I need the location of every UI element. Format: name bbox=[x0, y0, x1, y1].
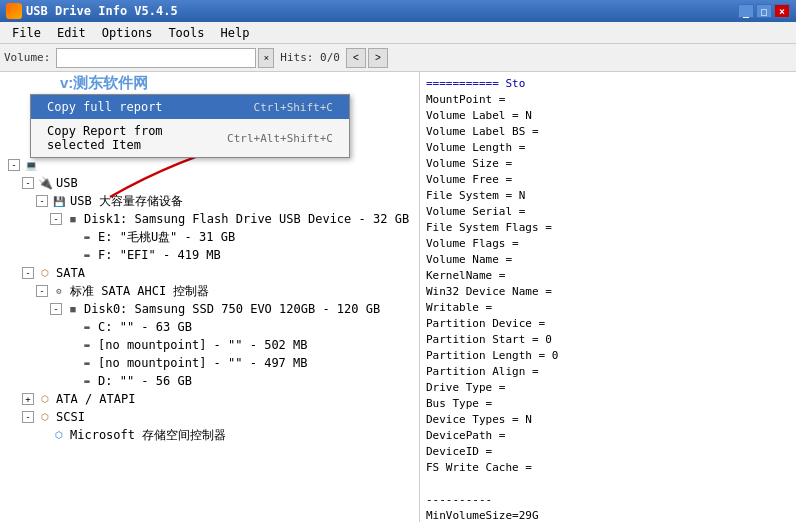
menu-tools[interactable]: Tools bbox=[160, 22, 212, 43]
copy-full-report-label: Copy full report bbox=[47, 100, 163, 114]
menu-file[interactable]: File bbox=[4, 22, 49, 43]
maximize-button[interactable]: □ bbox=[756, 4, 772, 18]
hits-display: Hits: 0/0 bbox=[280, 51, 340, 64]
prop-fs-flags: File System Flags = bbox=[426, 220, 790, 236]
tree-sata[interactable]: - ⬡ SATA bbox=[0, 264, 419, 282]
ata-icon: ⬡ bbox=[37, 392, 53, 406]
next-hit-button[interactable]: > bbox=[368, 48, 388, 68]
tree-no-mount-1[interactable]: ▬ [no mountpoint] - "" - 502 MB bbox=[0, 336, 419, 354]
title-bar: USB Drive Info V5.4.5 _ □ × bbox=[0, 0, 796, 22]
drive-e-icon: ▬ bbox=[79, 230, 95, 244]
properties-panel: =========== Sto MountPoint = Volume Labe… bbox=[420, 72, 796, 522]
prop-volume-length: Volume Length = bbox=[426, 140, 790, 156]
expand-icon-disk0[interactable]: - bbox=[50, 303, 62, 315]
tree-drive-e[interactable]: ▬ E: "毛桃U盘" - 31 GB bbox=[0, 228, 419, 246]
prop-volume-free: Volume Free = bbox=[426, 172, 790, 188]
prop-writable: Writable = bbox=[426, 300, 790, 316]
prop-bus-type: Bus Type = bbox=[426, 396, 790, 412]
computer-icon: 💻 bbox=[23, 158, 39, 172]
tree-drive-f[interactable]: ▬ F: "EFI" - 419 MB bbox=[0, 246, 419, 264]
expand-icon-scsi[interactable]: - bbox=[22, 411, 34, 423]
tree-disk1[interactable]: - ■ Disk1: Samsung Flash Drive USB Devic… bbox=[0, 210, 419, 228]
copy-from-selected-label: Copy Report from selected Item bbox=[47, 124, 227, 152]
no-mount-1-icon: ▬ bbox=[79, 338, 95, 352]
tree-no-mount-2[interactable]: ▬ [no mountpoint] - "" - 497 MB bbox=[0, 354, 419, 372]
tree-disk0[interactable]: - ■ Disk0: Samsung SSD 750 EVO 120GB - 1… bbox=[0, 300, 419, 318]
prop-device-types: Device Types = N bbox=[426, 412, 790, 428]
menu-help[interactable]: Help bbox=[213, 22, 258, 43]
menu-edit[interactable]: Edit bbox=[49, 22, 94, 43]
prop-mountpoint: MountPoint = bbox=[426, 92, 790, 108]
copy-full-report-item[interactable]: Copy full report Ctrl+Shift+C bbox=[31, 95, 349, 119]
prop-win32-device: Win32 Device Name = bbox=[426, 284, 790, 300]
sata-icon: ⬡ bbox=[37, 266, 53, 280]
tree-usb[interactable]: - 🔌 USB bbox=[0, 174, 419, 192]
tree-root[interactable]: - 💻 bbox=[0, 156, 419, 174]
prop-volume-label-bs: Volume Label BS = bbox=[426, 124, 790, 140]
tree-drive-c[interactable]: ▬ C: "" - 63 GB bbox=[0, 318, 419, 336]
prop-fs-write-cache: FS Write Cache = bbox=[426, 460, 790, 476]
ms-storage-icon: ⬡ bbox=[51, 428, 67, 442]
prop-drive-type: Drive Type = bbox=[426, 380, 790, 396]
app-icon bbox=[6, 3, 22, 19]
device-tree-panel[interactable]: v:测东软件网 www.0359.cn Copy full report Ctr… bbox=[0, 72, 420, 522]
copy-from-selected-item[interactable]: Copy Report from selected Item Ctrl+Alt+… bbox=[31, 119, 349, 157]
menu-bar: File Edit Options Tools Help bbox=[0, 22, 796, 44]
tree-usb-mass-storage[interactable]: - 💾 USB 大容量存储设备 bbox=[0, 192, 419, 210]
prop-device-id: DeviceID = bbox=[426, 444, 790, 460]
expand-icon-ata[interactable]: + bbox=[22, 393, 34, 405]
drive-f-icon: ▬ bbox=[79, 248, 95, 262]
main-area: v:测东软件网 www.0359.cn Copy full report Ctr… bbox=[0, 72, 796, 522]
sata-ahci-icon: ⚙ bbox=[51, 284, 67, 298]
no-mount-2-icon: ▬ bbox=[79, 356, 95, 370]
disk1-icon: ■ bbox=[65, 212, 81, 226]
volume-label: Volume: bbox=[4, 51, 50, 64]
search-input[interactable] bbox=[56, 48, 256, 68]
usb-icon: 🔌 bbox=[37, 176, 53, 190]
copy-full-report-shortcut: Ctrl+Shift+C bbox=[254, 101, 333, 114]
prop-header: =========== Sto bbox=[426, 76, 790, 92]
search-clear-button[interactable]: × bbox=[258, 48, 274, 68]
prop-partition-length: Partition Length = 0 bbox=[426, 348, 790, 364]
prop-separator: ---------- bbox=[426, 492, 790, 508]
watermark-text: v:测东软件网 bbox=[60, 74, 148, 93]
prop-volume-flags: Volume Flags = bbox=[426, 236, 790, 252]
prop-partition-device: Partition Device = bbox=[426, 316, 790, 332]
disk0-icon: ■ bbox=[65, 302, 81, 316]
prop-volume-label: Volume Label = N bbox=[426, 108, 790, 124]
expand-icon-sata-ahci[interactable]: - bbox=[36, 285, 48, 297]
app-title: USB Drive Info V5.4.5 bbox=[26, 4, 178, 18]
prop-volume-serial: Volume Serial = bbox=[426, 204, 790, 220]
window-controls: _ □ × bbox=[738, 4, 790, 18]
expand-icon-usb[interactable]: - bbox=[22, 177, 34, 189]
prev-hit-button[interactable]: < bbox=[346, 48, 366, 68]
tree-scsi[interactable]: - ⬡ SCSI bbox=[0, 408, 419, 426]
mass-storage-icon: 💾 bbox=[51, 194, 67, 208]
prop-volume-size: Volume Size = bbox=[426, 156, 790, 172]
device-tree: - 💻 - 🔌 USB - 💾 USB 大容量存储设备 - ■ Disk1: S… bbox=[0, 152, 419, 448]
expand-icon-sata[interactable]: - bbox=[22, 267, 34, 279]
copy-from-selected-shortcut: Ctrl+Alt+Shift+C bbox=[227, 132, 333, 145]
prop-volume-name: Volume Name = bbox=[426, 252, 790, 268]
context-menu: Copy full report Ctrl+Shift+C Copy Repor… bbox=[30, 94, 350, 158]
drive-d-icon: ▬ bbox=[79, 374, 95, 388]
close-button[interactable]: × bbox=[774, 4, 790, 18]
tree-ata[interactable]: + ⬡ ATA / ATAPI bbox=[0, 390, 419, 408]
expand-icon-root[interactable]: - bbox=[8, 159, 20, 171]
expand-icon-usb-mass[interactable]: - bbox=[36, 195, 48, 207]
menu-options[interactable]: Options bbox=[94, 22, 161, 43]
prop-partition-align: Partition Align = bbox=[426, 364, 790, 380]
prop-min-volume: MinVolumeSize=29G bbox=[426, 508, 790, 522]
toolbar: Volume: × Hits: 0/0 < > bbox=[0, 44, 796, 72]
prop-partition-start: Partition Start = 0 bbox=[426, 332, 790, 348]
scsi-icon: ⬡ bbox=[37, 410, 53, 424]
expand-icon-disk1[interactable]: - bbox=[50, 213, 62, 225]
drive-c-icon: ▬ bbox=[79, 320, 95, 334]
prop-kernel-name: KernelName = bbox=[426, 268, 790, 284]
tree-drive-d[interactable]: ▬ D: "" - 56 GB bbox=[0, 372, 419, 390]
prop-file-system: File System = N bbox=[426, 188, 790, 204]
tree-ms-storage[interactable]: ⬡ Microsoft 存储空间控制器 bbox=[0, 426, 419, 444]
tree-sata-ahci[interactable]: - ⚙ 标准 SATA AHCI 控制器 bbox=[0, 282, 419, 300]
prop-blank bbox=[426, 476, 790, 492]
minimize-button[interactable]: _ bbox=[738, 4, 754, 18]
